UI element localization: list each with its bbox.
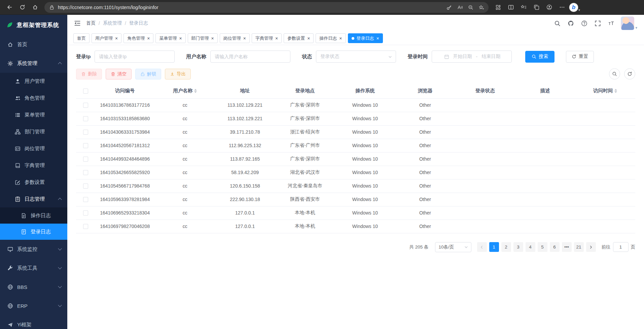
site-info-icon[interactable] — [49, 5, 55, 10]
page-button-21[interactable]: 21 — [574, 242, 584, 252]
tab-dict-management[interactable]: 字典管理× — [252, 33, 282, 43]
sidebar-item-home[interactable]: 首页 — [0, 35, 67, 54]
sidebar-item-operation-log[interactable]: 操作日志 — [0, 207, 67, 224]
favorites-bar-button[interactable] — [517, 2, 530, 13]
sort-carets-icon[interactable] — [614, 88, 617, 94]
tab-close-icon[interactable]: × — [147, 36, 150, 41]
page-button-6[interactable]: 6 — [550, 242, 560, 252]
pagination-ellipsis[interactable]: ••• — [562, 242, 572, 252]
tab-close-icon[interactable]: × — [243, 36, 246, 41]
sidebar-item-system-monitor[interactable]: 系统监控 — [0, 240, 67, 259]
select-all-checkbox[interactable] — [83, 89, 88, 94]
page-button-2[interactable]: 2 — [501, 242, 511, 252]
split-screen-button[interactable] — [505, 2, 517, 13]
sidebar-item-dept-management[interactable]: 部门管理 — [0, 123, 67, 140]
breadcrumb-home[interactable]: 首页 — [86, 20, 96, 26]
sidebar-item-post-management[interactable]: 岗位管理 — [0, 140, 67, 157]
user-name-input[interactable] — [210, 51, 290, 63]
sidebar-item-system-tools[interactable]: 系统工具 — [0, 259, 67, 277]
row-checkbox[interactable] — [83, 170, 88, 175]
delete-button[interactable]: 删除 — [76, 69, 102, 79]
sidebar-item-param-settings[interactable]: 参数设置 — [0, 174, 67, 191]
sidebar-item-yi-framework[interactable]: Yi框架 — [0, 315, 67, 329]
page-button-4[interactable]: 4 — [526, 242, 535, 252]
password-key-button[interactable] — [444, 3, 454, 12]
tab-close-icon[interactable]: × — [275, 36, 278, 41]
read-aloud-button[interactable] — [455, 3, 465, 12]
favorites-add-button[interactable] — [476, 3, 487, 12]
tab-close-icon[interactable]: × — [307, 36, 310, 41]
tab-close-icon[interactable]: × — [377, 36, 379, 41]
copilot-button[interactable]: b▾ — [569, 2, 581, 13]
sidebar-item-system-management[interactable]: 系统管理 — [0, 54, 67, 73]
login-time-range-picker[interactable]: 开始日期 - 结束日期 — [432, 51, 512, 63]
column-header-user-name[interactable]: 用户名称 — [155, 84, 215, 98]
row-checkbox[interactable] — [83, 197, 88, 202]
extensions-button[interactable] — [492, 2, 504, 13]
page-button-3[interactable]: 3 — [513, 242, 523, 252]
address-url[interactable]: https://ccnetcore.com:1101/system/log/lo… — [58, 5, 444, 10]
refresh-button[interactable] — [16, 2, 28, 13]
font-size-button[interactable] — [605, 18, 617, 29]
tab-dept-management[interactable]: 部门管理× — [188, 33, 218, 43]
tab-user-management[interactable]: 用户管理× — [92, 33, 121, 43]
sort-carets-icon[interactable] — [194, 88, 197, 94]
row-checkbox[interactable] — [83, 130, 88, 135]
tab-close-icon[interactable]: × — [211, 36, 214, 41]
tab-login-log[interactable]: 登录日志× — [348, 33, 383, 43]
help-button[interactable] — [578, 18, 590, 29]
sidebar-item-menu-management[interactable]: 菜单管理 — [0, 106, 67, 123]
fullscreen-button[interactable] — [592, 18, 603, 29]
row-checkbox[interactable] — [83, 143, 88, 148]
user-avatar[interactable]: ▾ — [621, 17, 637, 30]
next-page-button[interactable] — [586, 242, 596, 252]
unlock-button[interactable]: 解锁 — [135, 69, 161, 79]
back-button[interactable] — [3, 2, 15, 13]
end-date-placeholder[interactable]: 结束日期 — [481, 54, 500, 60]
tab-close-icon[interactable]: × — [179, 36, 182, 41]
tab-post-management[interactable]: 岗位管理× — [220, 33, 250, 43]
sidebar-item-login-log[interactable]: 登录日志 — [0, 224, 67, 240]
profile-button[interactable] — [543, 2, 555, 13]
sidebar-item-erp[interactable]: ERP — [0, 296, 67, 315]
sidebar-item-bbs[interactable]: BBS — [0, 277, 67, 296]
sidebar-item-log-management[interactable]: 日志管理 — [0, 191, 67, 207]
tab-close-icon[interactable]: × — [115, 36, 118, 41]
tab-menu-management[interactable]: 菜单管理× — [155, 33, 185, 43]
collections-button[interactable] — [530, 2, 542, 13]
row-checkbox[interactable] — [83, 157, 88, 162]
row-checkbox[interactable] — [83, 116, 88, 121]
search-button[interactable] — [551, 18, 563, 29]
row-checkbox[interactable] — [83, 224, 88, 229]
tab-param-settings[interactable]: 参数设置× — [284, 33, 314, 43]
tab-home[interactable]: 首页 — [73, 33, 90, 43]
tab-close-icon[interactable]: × — [339, 36, 342, 41]
sidebar-item-user-management[interactable]: 用户管理 — [0, 73, 67, 90]
goto-page-input[interactable] — [613, 242, 629, 252]
tab-operation-log[interactable]: 操作日志× — [316, 33, 346, 43]
row-checkbox[interactable] — [83, 210, 88, 216]
github-button[interactable] — [565, 18, 576, 29]
row-checkbox[interactable] — [83, 184, 88, 189]
start-date-placeholder[interactable]: 开始日期 — [453, 54, 472, 60]
zoom-out-button[interactable] — [466, 3, 476, 12]
sidebar-item-dict-management[interactable]: 字典管理 — [0, 157, 67, 174]
more-menu-button[interactable] — [556, 2, 568, 13]
page-size-select[interactable]: 10条/页 — [435, 242, 471, 252]
login-ip-input[interactable] — [95, 51, 175, 63]
status-select[interactable]: 登录状态 — [316, 51, 396, 63]
page-button-1[interactable]: 1 — [489, 242, 499, 252]
toggle-search-button[interactable] — [609, 68, 620, 79]
tab-role-management[interactable]: 角色管理× — [123, 33, 153, 43]
reset-button[interactable]: 重置 — [566, 51, 594, 63]
clear-button[interactable]: 清空 — [106, 69, 132, 79]
address-bar[interactable]: https://ccnetcore.com:1101/system/log/lo… — [44, 2, 489, 13]
column-header-visit-time[interactable]: 访问时间 — [575, 84, 636, 98]
sidebar-item-role-management[interactable]: 角色管理 — [0, 90, 67, 106]
prev-page-button[interactable] — [477, 242, 487, 252]
sidebar-toggle-icon[interactable] — [74, 20, 81, 26]
refresh-table-button[interactable] — [624, 68, 635, 79]
export-button[interactable]: 导出 — [165, 69, 191, 79]
home-button[interactable] — [29, 2, 41, 13]
page-button-5[interactable]: 5 — [538, 242, 547, 252]
